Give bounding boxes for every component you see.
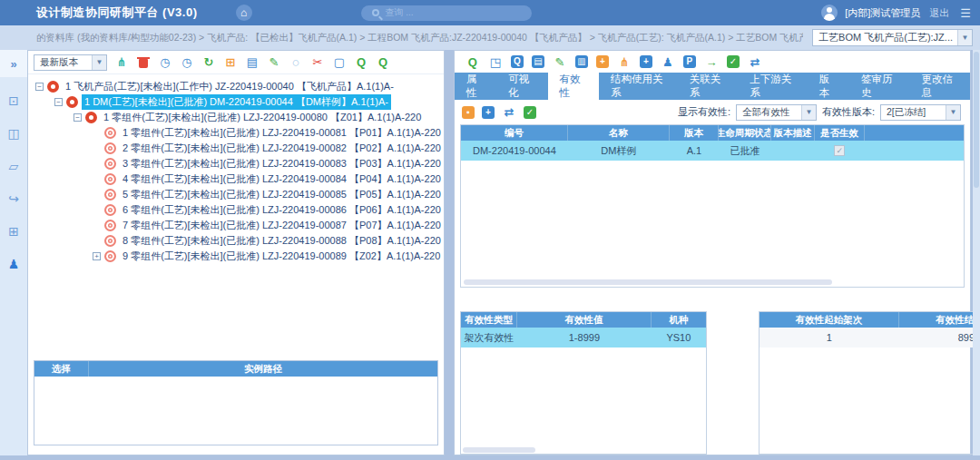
user-avatar-icon[interactable] xyxy=(821,5,838,21)
compare-structure-icon[interactable]: ⋔ xyxy=(114,55,129,70)
column-header[interactable]: 版本 xyxy=(670,125,719,141)
tab-可视化[interactable]: 可视化 xyxy=(496,73,547,100)
horizontal-scrollbar[interactable] xyxy=(463,447,535,453)
global-search-input[interactable]: 查询 ... xyxy=(361,5,532,21)
process-p-icon[interactable]: P xyxy=(683,55,696,68)
tree-node[interactable]: −1 零组件(工艺)[未检出](已批准) LZJ-220419-00080 【Z… xyxy=(28,110,444,125)
column-header[interactable]: 版本描述 xyxy=(771,125,815,141)
expand-toggle-icon[interactable]: + xyxy=(93,252,101,260)
chevron-down-icon[interactable]: ▼ xyxy=(946,105,960,120)
tab-版本[interactable]: 版本 xyxy=(808,73,849,100)
user-settings-icon[interactable]: ♟ xyxy=(0,248,27,280)
horizontal-scrollbar[interactable] xyxy=(462,279,960,286)
chevron-down-icon[interactable]: ▼ xyxy=(801,105,816,120)
clipboard-icon[interactable]: ▥ xyxy=(575,55,588,68)
users-icon[interactable]: ♟ xyxy=(661,54,675,69)
save-icon[interactable]: ▪ xyxy=(462,106,475,119)
tree-node[interactable]: 5 零组件(工艺)[未检出](已批准) LZJ-220419-00085 【P0… xyxy=(28,187,444,202)
search-icon[interactable]: Q xyxy=(354,55,368,70)
menu-icon[interactable]: ☰ xyxy=(960,6,971,20)
user-name: [内部]测试管理员 xyxy=(845,6,920,20)
tab-有效性[interactable]: 有效性 xyxy=(548,73,599,100)
tab-上下游关系[interactable]: 上下游关系 xyxy=(738,73,808,100)
tree-node[interactable]: +9 零组件(工艺)[未检出](已批准) LZJ-220419-00089 【Z… xyxy=(28,249,444,264)
column-header[interactable]: 选择 xyxy=(34,361,89,377)
chevron-down-icon[interactable]: ▼ xyxy=(92,55,106,70)
tab-属性[interactable]: 属性 xyxy=(455,73,496,100)
swap-icon[interactable]: ⇄ xyxy=(748,54,762,69)
file-history-alt-icon[interactable]: ◷ xyxy=(180,55,194,70)
chevron-down-icon[interactable]: ▼ xyxy=(957,30,972,45)
version-select[interactable]: 最新版本 ▼ xyxy=(34,54,107,71)
table-row[interactable]: 18999 xyxy=(760,328,980,347)
tree-node[interactable]: 7 零组件(工艺)[未检出](已批准) LZJ-220419-00087 【P0… xyxy=(28,218,444,233)
add-icon[interactable]: + xyxy=(482,106,495,119)
column-header[interactable]: 是否生效 xyxy=(815,125,865,141)
tab-结构使用关系[interactable]: 结构使用关系 xyxy=(599,73,678,100)
tree-node[interactable]: 6 零组件(工艺)[未检出](已批准) LZJ-220419-00086 【P0… xyxy=(28,202,444,218)
column-header[interactable]: 有效性起始架次 xyxy=(760,312,899,328)
column-header[interactable]: 编号 xyxy=(461,125,568,141)
home-icon[interactable]: ⌂ xyxy=(236,5,252,21)
tree-node[interactable]: 8 零组件(工艺)[未检出](已批准) LZJ-220419-00088 【P0… xyxy=(28,233,444,249)
plugin-icon[interactable]: ↪ xyxy=(0,182,27,215)
monitor-icon[interactable]: ⊡ xyxy=(0,84,27,117)
checkbox-checked[interactable]: ✓ xyxy=(834,145,845,156)
tree-node[interactable]: 2 零组件(工艺)[未检出](已批准) LZJ-220419-00082 【P0… xyxy=(28,141,444,156)
layers-icon[interactable]: ▱ xyxy=(0,150,27,182)
tab-关联关系[interactable]: 关联关系 xyxy=(678,73,739,100)
search-plus-icon[interactable]: Q xyxy=(376,55,390,70)
collapse-toggle-icon[interactable]: − xyxy=(54,98,63,106)
validate-icon[interactable]: ✓ xyxy=(727,55,740,68)
tree-node[interactable]: 1 零组件(工艺)[未检出](已批准) LZJ-220419-00081 【P0… xyxy=(28,125,444,141)
filter-select[interactable]: 全部有效性▼ xyxy=(736,104,817,121)
save-add-icon[interactable]: + xyxy=(596,55,609,68)
table-cell: DM-220419-00044 xyxy=(461,141,568,161)
vertical-scrollbar[interactable] xyxy=(973,50,980,455)
screen-user-icon[interactable]: ⊞ xyxy=(0,215,27,248)
table-row[interactable]: DM-220419-00044DM样例A.1已批准✓ xyxy=(461,141,964,161)
collapse-toggle-icon[interactable]: − xyxy=(74,113,82,122)
filter-select[interactable]: 2[已冻结]▼ xyxy=(880,104,961,121)
context-select[interactable]: 工艺BOM 飞机产品(工艺):JZ... ▼ xyxy=(812,29,973,46)
edit-icon[interactable]: ✎ xyxy=(267,55,281,70)
structure-tree-icon[interactable]: ⋔ xyxy=(617,54,632,69)
marquee-select-icon[interactable]: ▢ xyxy=(332,55,347,70)
tab-签审历史[interactable]: 签审历史 xyxy=(849,73,910,100)
edit-document-icon[interactable]: ✎ xyxy=(553,54,567,69)
table-row[interactable]: 架次有效性1-8999YS10 xyxy=(461,328,706,347)
forward-arrow-icon[interactable]: → xyxy=(704,54,719,69)
tab-更改信息[interactable]: 更改信息 xyxy=(910,73,971,100)
folder-icon[interactable]: ▤ xyxy=(245,55,260,70)
breadcrumb[interactable]: 的资料库 (我的资料库/构型功能02-23) > 飞机产品: 【已检出】飞机产品… xyxy=(36,32,803,44)
validate-icon[interactable]: ✓ xyxy=(524,106,536,119)
column-header[interactable]: 名称 xyxy=(568,125,670,141)
tree-node[interactable]: −1 飞机产品(工艺)[未检出](工作中) JZ-220419-00040 【飞… xyxy=(28,79,444,94)
refresh-icon[interactable]: ↻ xyxy=(201,55,216,70)
file-history-icon[interactable]: ◷ xyxy=(158,55,172,70)
cut-icon[interactable]: ✂ xyxy=(310,55,325,70)
delete-icon[interactable] xyxy=(136,55,151,70)
column-header[interactable]: 实例路径 xyxy=(89,361,437,377)
logout-link[interactable]: 退出 xyxy=(929,6,949,20)
collapse-toggle-icon[interactable]: − xyxy=(35,83,44,91)
cube-3d-icon[interactable]: ◫ xyxy=(0,117,27,150)
copy-add-icon[interactable]: ◳ xyxy=(488,54,503,69)
column-header[interactable]: 生命周期状态 xyxy=(719,125,771,141)
column-header[interactable]: 有效性类型 xyxy=(461,312,517,328)
column-header[interactable]: 机种 xyxy=(652,312,706,328)
preview-search-icon[interactable]: Q xyxy=(511,55,524,68)
column-header[interactable]: 有效性值 xyxy=(517,312,652,328)
column-header[interactable] xyxy=(865,125,964,141)
select-circle-icon[interactable]: ◌ xyxy=(289,55,303,70)
tree-node[interactable]: 3 零组件(工艺)[未检出](已批准) LZJ-220419-00083 【P0… xyxy=(28,156,444,171)
add-document-icon[interactable]: + xyxy=(640,55,652,68)
column-header[interactable]: 有效性结束架次 xyxy=(899,312,980,328)
collapse-sidebar-icon[interactable]: » xyxy=(0,50,27,77)
paste-add-icon[interactable]: ▤ xyxy=(532,55,544,68)
search-icon[interactable]: Q xyxy=(466,54,480,69)
transfer-icon[interactable]: ⇄ xyxy=(502,105,516,120)
open-window-icon[interactable]: ⊞ xyxy=(223,55,238,70)
tree-node[interactable]: −1 DM(工艺)[未检出](已批准) DM-220419-00044 【DM样… xyxy=(28,94,444,110)
tree-node[interactable]: 4 零组件(工艺)[未检出](已批准) LZJ-220419-00084 【P0… xyxy=(28,171,444,187)
